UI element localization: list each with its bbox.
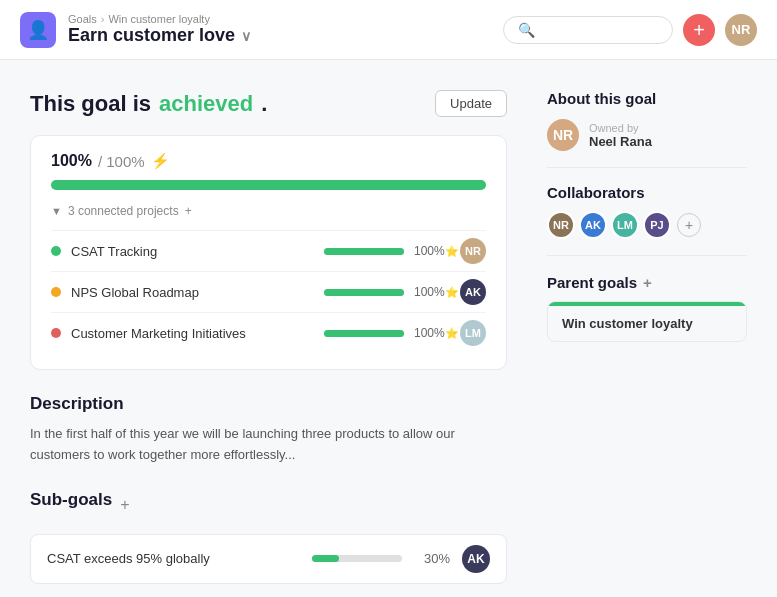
project-name[interactable]: NPS Global Roadmap (71, 285, 314, 300)
app-logo: 👤 (20, 12, 56, 48)
star-icon: ⭐ (445, 286, 459, 298)
project-avatar: NR (460, 238, 486, 264)
breadcrumb-area: Goals › Win customer loyalty Earn custom… (68, 13, 491, 46)
collaborator-avatar[interactable]: NR (547, 211, 575, 239)
owner-name[interactable]: Neel Rana (589, 134, 652, 149)
page-title: Earn customer love (68, 25, 235, 46)
subgoal-row: CSAT exceeds 95% globally 30% AK (30, 534, 507, 584)
progress-label: 100% / 100% ⚡ (51, 152, 486, 170)
breadcrumb-separator: › (101, 13, 105, 25)
owner-label: Owned by (589, 122, 652, 134)
breadcrumb-parent[interactable]: Goals (68, 13, 97, 25)
project-bar-fill (324, 330, 404, 337)
project-dot-green (51, 246, 61, 256)
goal-achieved-word: achieved (159, 91, 253, 117)
subgoal-percent: 30% (414, 551, 450, 566)
collaborator-avatar[interactable]: LM (611, 211, 639, 239)
add-button[interactable]: + (683, 14, 715, 46)
project-bar-bg (324, 330, 404, 337)
add-project-link[interactable]: + (185, 204, 192, 218)
project-row: NPS Global Roadmap 100%⭐ AK (51, 271, 486, 312)
title-chevron-icon[interactable]: ∨ (241, 28, 251, 44)
goal-status-suffix: . (261, 91, 267, 117)
collaborator-avatar[interactable]: PJ (643, 211, 671, 239)
progress-bar-fill (51, 180, 486, 190)
main-content: This goal is achieved . Update 100% / 10… (0, 60, 777, 597)
owner-avatar: NR (547, 119, 579, 151)
connected-label: ▼ 3 connected projects + (51, 204, 486, 218)
breadcrumb-current: Win customer loyalty (108, 13, 209, 25)
project-row: Customer Marketing Initiatives 100%⭐ LM (51, 312, 486, 353)
project-name[interactable]: CSAT Tracking (71, 244, 314, 259)
subgoals-add-button[interactable]: + (120, 496, 129, 514)
project-name[interactable]: Customer Marketing Initiatives (71, 326, 314, 341)
project-avatar: LM (460, 320, 486, 346)
add-collaborator-button[interactable]: + (677, 213, 701, 237)
user-avatar[interactable]: NR (725, 14, 757, 46)
subgoal-bar-bg (312, 555, 402, 562)
owner-info: Owned by Neel Rana (589, 122, 652, 149)
goal-status-row: This goal is achieved . Update (30, 90, 507, 117)
connected-count: 3 connected projects (68, 204, 179, 218)
parent-goal-name: Win customer loyalty (548, 306, 746, 341)
goal-status-prefix: This goal is (30, 91, 151, 117)
lightning-icon: ⚡ (151, 152, 170, 170)
progress-value: 100% (51, 152, 92, 170)
collaborator-avatar[interactable]: AK (579, 211, 607, 239)
right-column: About this goal NR Owned by Neel Rana Co… (547, 90, 747, 584)
project-dot-orange (51, 287, 61, 297)
description-text: In the first half of this year we will b… (30, 424, 507, 466)
subgoal-bar-fill (312, 555, 339, 562)
progress-bar-background (51, 180, 486, 190)
project-dot-red (51, 328, 61, 338)
description-title: Description (30, 394, 507, 414)
app-header: 👤 Goals › Win customer loyalty Earn cust… (0, 0, 777, 60)
project-percent: 100%⭐ (414, 285, 450, 299)
collaborators-avatars: NR AK LM PJ + (547, 211, 747, 256)
project-bar-bg (324, 248, 404, 255)
breadcrumb: Goals › Win customer loyalty (68, 13, 491, 25)
parent-goal-card[interactable]: Win customer loyalty (547, 301, 747, 342)
collaborators-title: Collaborators (547, 184, 747, 201)
progress-card: 100% / 100% ⚡ ▼ 3 connected projects + C… (30, 135, 507, 370)
search-box[interactable]: 🔍 (503, 16, 673, 44)
subgoals-title: Sub-goals (30, 490, 112, 510)
subgoals-header: Sub-goals + (30, 490, 507, 520)
subgoal-avatar: AK (462, 545, 490, 573)
project-bar-fill (324, 248, 404, 255)
project-avatar: AK (460, 279, 486, 305)
logo-icon: 👤 (27, 19, 49, 41)
page-title-container: Earn customer love ∨ (68, 25, 491, 46)
project-percent: 100%⭐ (414, 326, 450, 340)
about-title: About this goal (547, 90, 747, 107)
project-bar-bg (324, 289, 404, 296)
progress-separator: / 100% (98, 153, 145, 170)
parent-goals-add-button[interactable]: + (643, 274, 652, 291)
parent-goals-title: Parent goals + (547, 274, 747, 291)
project-percent: 100%⭐ (414, 244, 450, 258)
project-bar-fill (324, 289, 404, 296)
connected-toggle-icon[interactable]: ▼ (51, 205, 62, 217)
subgoal-name[interactable]: CSAT exceeds 95% globally (47, 551, 300, 566)
project-row: CSAT Tracking 100%⭐ NR (51, 230, 486, 271)
search-icon: 🔍 (518, 22, 535, 38)
star-icon: ⭐ (445, 245, 459, 257)
parent-goals-label: Parent goals (547, 274, 637, 291)
owner-row: NR Owned by Neel Rana (547, 119, 747, 168)
update-button[interactable]: Update (435, 90, 507, 117)
search-input[interactable] (541, 22, 658, 37)
star-icon: ⭐ (445, 327, 459, 339)
header-right-area: 🔍 + NR (503, 14, 757, 46)
left-column: This goal is achieved . Update 100% / 10… (30, 90, 507, 584)
